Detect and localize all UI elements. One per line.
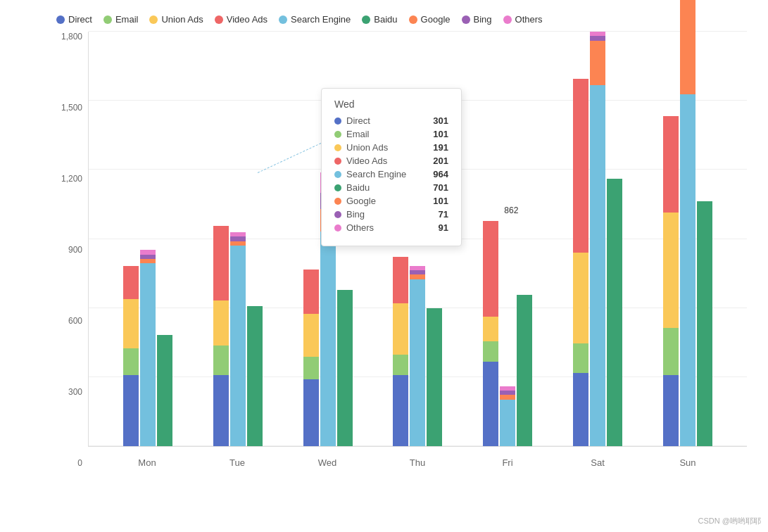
tooltip-row: Direct 301 bbox=[334, 115, 448, 126]
bar-segment bbox=[140, 263, 156, 446]
stacked-bar[interactable] bbox=[573, 79, 588, 447]
bar-segment bbox=[213, 226, 229, 300]
stacked-bar[interactable] bbox=[393, 257, 408, 446]
stacked-bar[interactable] bbox=[697, 201, 712, 446]
stacked-bar[interactable] bbox=[607, 179, 622, 446]
legend-item-direct: Direct bbox=[56, 14, 92, 25]
tooltip-value: 101 bbox=[433, 129, 448, 139]
bar-segment bbox=[483, 221, 498, 317]
tooltip-dot bbox=[334, 224, 341, 232]
legend-dot bbox=[215, 15, 223, 24]
y-axis-label: 1,500 bbox=[49, 103, 88, 113]
stacked-bar[interactable] bbox=[517, 295, 532, 446]
x-axis-label: Mon bbox=[119, 457, 175, 468]
bar-segment bbox=[123, 375, 139, 446]
bar-segment bbox=[483, 317, 498, 341]
plot-area: Wed Direct 301 Email 101 Union Ads 191 V… bbox=[88, 32, 747, 447]
x-axis-label: Sun bbox=[660, 457, 716, 468]
legend-label: Bing bbox=[474, 14, 492, 25]
day-bars bbox=[483, 221, 532, 446]
day-bars bbox=[393, 257, 442, 446]
stacked-bar[interactable] bbox=[157, 335, 172, 446]
stacked-bar[interactable] bbox=[213, 226, 229, 446]
tooltip-row-left: Google bbox=[334, 196, 376, 206]
legend-dot bbox=[503, 15, 512, 24]
day-bars bbox=[573, 32, 622, 446]
tooltip-value: 191 bbox=[433, 142, 448, 153]
stacked-bar[interactable] bbox=[410, 266, 425, 447]
tooltip-value: 964 bbox=[433, 169, 448, 179]
tooltip-label: Bing bbox=[346, 209, 365, 220]
tooltip-value: 71 bbox=[439, 209, 448, 220]
legend-dot bbox=[409, 15, 417, 24]
bar-segment bbox=[573, 343, 588, 372]
tooltip-row-left: Search Engine bbox=[334, 169, 406, 179]
bar-segment bbox=[573, 253, 588, 344]
tooltip-value: 301 bbox=[433, 115, 448, 126]
tooltip-row: Email 101 bbox=[334, 129, 448, 139]
legend-label: Direct bbox=[68, 14, 92, 25]
stacked-bar[interactable] bbox=[247, 306, 263, 447]
x-axis-label: Sat bbox=[569, 457, 626, 468]
bar-segment bbox=[590, 85, 605, 446]
tooltip-label: Union Ads bbox=[346, 142, 388, 153]
tooltip-row: Google 101 bbox=[334, 196, 448, 206]
tooltip-row-left: Video Ads bbox=[334, 156, 387, 166]
bar-segment bbox=[680, 94, 695, 446]
stacked-bar[interactable] bbox=[123, 266, 139, 447]
tooltip-row-left: Baidu bbox=[334, 182, 370, 193]
bar-segment bbox=[213, 375, 229, 446]
bar-segment bbox=[517, 295, 532, 446]
y-axis-label: 0 bbox=[49, 458, 88, 468]
stacked-bar[interactable] bbox=[680, 0, 695, 446]
chart-container: Direct Email Union Ads Video Ads Search … bbox=[0, 0, 768, 532]
legend-item-search-engine: Search Engine bbox=[279, 14, 351, 25]
stacked-bar[interactable] bbox=[337, 290, 353, 446]
tooltip-dot bbox=[334, 184, 341, 191]
bar-segment bbox=[393, 257, 408, 304]
legend-label: Email bbox=[115, 14, 139, 25]
legend-item-union-ads: Union Ads bbox=[149, 14, 203, 25]
stacked-bar[interactable] bbox=[303, 270, 319, 446]
bar-segment bbox=[410, 279, 425, 447]
day-group-fri: 862 bbox=[483, 221, 532, 446]
bar-segment bbox=[213, 300, 229, 346]
tooltip-row-left: Email bbox=[334, 129, 370, 139]
tooltip-value: 201 bbox=[433, 156, 448, 166]
bar-segment bbox=[123, 348, 139, 375]
day-group-tue bbox=[213, 226, 263, 446]
stacked-bar[interactable] bbox=[140, 250, 156, 446]
day-group-thu bbox=[393, 257, 442, 446]
stacked-bar[interactable] bbox=[483, 221, 498, 446]
tooltip-value: 701 bbox=[433, 182, 448, 193]
bar-segment bbox=[573, 373, 588, 447]
legend-item-bing: Bing bbox=[462, 14, 492, 25]
tooltip-dot bbox=[334, 211, 341, 218]
legend-label: Others bbox=[515, 14, 543, 25]
stacked-bar[interactable] bbox=[590, 32, 605, 446]
legend-dot bbox=[462, 15, 470, 24]
y-axis-label: 300 bbox=[49, 387, 88, 397]
bar-segment bbox=[303, 270, 319, 315]
stacked-bar[interactable] bbox=[230, 232, 246, 446]
stacked-bar[interactable] bbox=[500, 386, 515, 447]
tooltip-label: Email bbox=[346, 129, 370, 139]
stacked-bar[interactable] bbox=[427, 308, 442, 446]
tooltip-dot bbox=[334, 198, 341, 205]
x-axis-label: Thu bbox=[389, 457, 446, 468]
stacked-bar[interactable] bbox=[663, 116, 679, 446]
bar-segment bbox=[663, 213, 679, 329]
x-axis-label: Fri bbox=[479, 457, 536, 468]
tooltip-row-left: Others bbox=[334, 222, 374, 233]
bar-segment bbox=[500, 400, 515, 447]
bar-segment bbox=[320, 232, 336, 446]
tooltip-row: Union Ads 191 bbox=[334, 142, 448, 153]
tooltip-value: 101 bbox=[433, 196, 448, 206]
bar-segment bbox=[607, 179, 622, 446]
bar-segment bbox=[393, 375, 408, 446]
legend-dot bbox=[103, 15, 112, 24]
bar-segment bbox=[303, 357, 319, 379]
x-axis: MonTueWedThuFriSatSun bbox=[88, 457, 747, 468]
bar-segment bbox=[247, 306, 263, 447]
tooltip-dot bbox=[334, 171, 341, 178]
